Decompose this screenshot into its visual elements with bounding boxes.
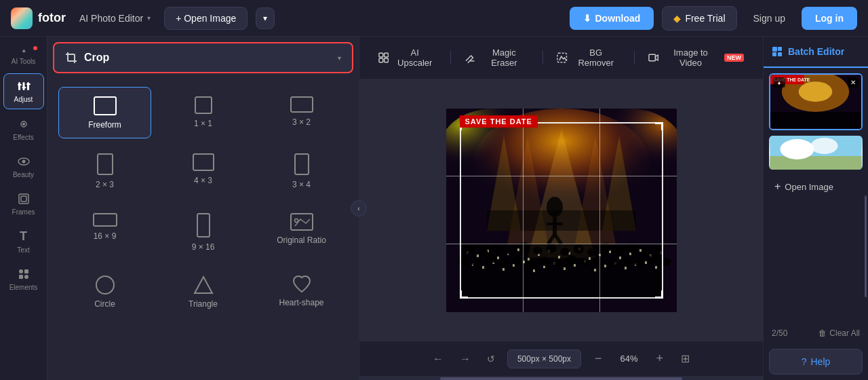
crop-panel-title: Crop: [84, 52, 109, 64]
forward-button[interactable]: →: [456, 349, 475, 369]
svg-rect-123: [772, 52, 776, 56]
crop-panel-title-area: Crop: [65, 52, 109, 64]
crop-option-3x4[interactable]: 3 × 4: [255, 144, 348, 198]
download-button[interactable]: ⬇ Download: [570, 7, 654, 30]
svg-rect-28: [379, 53, 383, 57]
svg-rect-13: [24, 269, 28, 273]
help-button[interactable]: ? Help: [769, 349, 863, 375]
zoom-out-button[interactable]: −: [589, 349, 608, 368]
signup-button[interactable]: Sign up: [745, 7, 793, 30]
sidebar-item-ai-tools[interactable]: ✦ AI Tools: [3, 42, 44, 71]
panel-collapse-button[interactable]: ‹: [351, 200, 367, 216]
concert-stage-svg: [446, 109, 677, 312]
svg-rect-63: [589, 257, 591, 260]
svg-point-134: [811, 138, 838, 154]
sidebar-item-elements[interactable]: Elements: [3, 262, 44, 297]
crop-option-16x9[interactable]: 16 × 9: [58, 204, 151, 261]
1x1-icon: [194, 96, 213, 115]
sidebar-item-frames[interactable]: Frames: [3, 187, 44, 221]
batch-editor-button[interactable]: Batch Editor: [764, 37, 868, 68]
2x3-icon: [96, 153, 114, 176]
crop-option-original-ratio[interactable]: Original Ratio: [255, 204, 348, 261]
layout-toggle-button[interactable]: ⊞: [677, 348, 694, 369]
zoom-in-button[interactable]: +: [651, 349, 669, 368]
crop-panel-header[interactable]: Crop ▾: [53, 42, 353, 73]
crop-option-4x3[interactable]: 4 × 3: [157, 144, 250, 198]
crop-option-heart[interactable]: Heart-shape: [255, 266, 348, 318]
back-button[interactable]: ←: [429, 349, 448, 369]
svg-point-94: [519, 242, 530, 252]
svg-rect-80: [564, 267, 566, 270]
refresh-button[interactable]: ↺: [483, 349, 499, 368]
svg-rect-0: [18, 82, 20, 90]
open-image-dropdown-button[interactable]: ▾: [256, 7, 275, 29]
right-sidebar-scrollbar[interactable]: [865, 195, 867, 297]
app-name-button[interactable]: AI Photo Editor ▾: [74, 10, 156, 26]
bg-remover-button[interactable]: BG Remover: [549, 43, 629, 72]
crop-option-freeform[interactable]: Freeform: [58, 87, 151, 138]
sidebar-item-text[interactable]: T Text: [3, 224, 44, 259]
svg-point-95: [533, 246, 542, 254]
crop-option-3x2[interactable]: 3 × 2: [255, 87, 348, 138]
svg-rect-52: [477, 254, 479, 257]
3x2-icon: [290, 96, 314, 113]
upscaler-icon: [378, 52, 389, 63]
svg-rect-66: [619, 256, 621, 259]
svg-point-118: [635, 259, 644, 267]
svg-point-92: [492, 244, 502, 253]
svg-point-109: [512, 256, 523, 265]
svg-rect-77: [533, 269, 535, 272]
main-content: ✦ AI Tools Adjust Effects: [0, 37, 868, 380]
circle-crop-icon: [95, 275, 115, 295]
svg-rect-76: [523, 261, 525, 263]
crop-option-1x1[interactable]: 1 × 1: [157, 87, 250, 138]
login-button[interactable]: Log in: [802, 7, 857, 30]
crop-option-9x16[interactable]: 9 × 16: [157, 204, 250, 261]
open-image-button[interactable]: + Open Image: [164, 7, 248, 30]
layers-icon: ⬧: [777, 79, 781, 86]
thumbnail-card-2[interactable]: [769, 136, 863, 170]
svg-rect-72: [482, 266, 484, 269]
thumbnail-image-2: [769, 136, 863, 170]
svg-rect-89: [655, 266, 657, 269]
svg-point-104: [655, 246, 665, 254]
sidebar-item-beauty[interactable]: Beauty: [3, 149, 44, 184]
svg-point-93: [506, 247, 515, 255]
sidebar-item-effects[interactable]: Effects: [3, 112, 44, 147]
clear-all-button[interactable]: 🗑 Clear All: [818, 328, 860, 338]
original-ratio-icon: [290, 212, 314, 231]
crop-option-circle[interactable]: Circle: [58, 266, 151, 318]
thumb-landscape-svg: [769, 136, 863, 170]
svg-point-113: [566, 255, 577, 265]
thumbnail-card-1[interactable]: SAVE THE DATE ⬧ ✕: [769, 73, 863, 130]
magic-eraser-button[interactable]: Magic Eraser: [456, 43, 537, 72]
svg-rect-24: [291, 214, 313, 230]
crop-option-2x3[interactable]: 2 × 3: [58, 144, 151, 198]
download-icon: ⬇: [583, 13, 591, 24]
chevron-down-icon: ▾: [147, 14, 151, 22]
free-trial-button[interactable]: ◆ Free Trial: [662, 6, 736, 31]
right-sidebar-open-image-button[interactable]: + Open Image: [769, 175, 863, 198]
svg-point-103: [642, 248, 651, 256]
plus-icon: +: [774, 180, 781, 193]
svg-point-114: [580, 259, 590, 267]
svg-rect-132: [770, 156, 862, 170]
sidebar-item-adjust[interactable]: Adjust: [3, 73, 44, 109]
svg-point-100: [600, 243, 611, 252]
crop-option-triangle[interactable]: Triangle: [157, 266, 250, 318]
svg-point-99: [587, 248, 597, 256]
svg-rect-88: [645, 261, 647, 264]
horizontal-scrollbar[interactable]: [359, 377, 763, 380]
image-to-video-button[interactable]: Image to Video NEW: [640, 43, 752, 72]
right-sidebar: Batch Editor SAVE THE DATE ⬧: [763, 37, 868, 380]
toolbar-divider-2: [542, 51, 543, 64]
pagination-label: 2/50: [772, 328, 787, 338]
bottom-bar: ← → ↺ 500px × 500px − 64% + ⊞: [359, 341, 763, 376]
4x3-icon: [192, 153, 215, 172]
thumb-delete-button[interactable]: ✕: [848, 77, 859, 88]
canvas-content[interactable]: SAVE THE DATE: [359, 79, 763, 341]
canvas-area: AI Upscaler Magic Eraser BG Remover: [359, 37, 763, 380]
ai-upscaler-button[interactable]: AI Upscaler: [370, 43, 445, 72]
header: fotor AI Photo Editor ▾ + Open Image ▾ ⬇…: [0, 0, 868, 37]
svg-rect-5: [26, 83, 31, 85]
